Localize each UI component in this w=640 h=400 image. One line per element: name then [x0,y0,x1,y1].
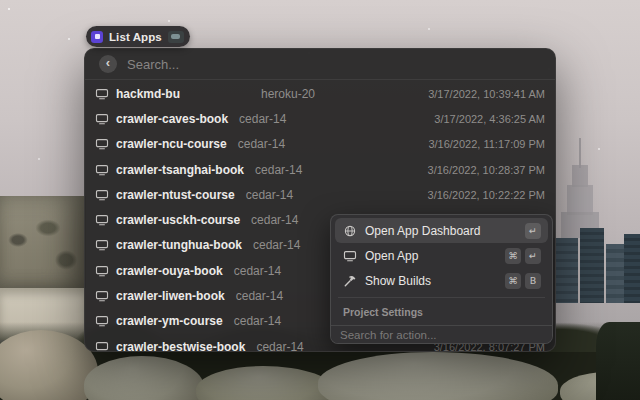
action-panel: Open App Dashboard ↵ Open App ⌘↵ Show Bu… [330,214,553,344]
search-input[interactable] [127,57,541,72]
app-name: crawler-tunghua-book [116,238,242,252]
monitor-icon [95,264,109,278]
app-list-item[interactable]: crawler-tsanghai-book cedar-14 3/16/2022… [85,157,555,182]
app-updated-timestamp: 3/17/2022, 10:39:41 AM [428,88,545,100]
app-name: crawler-ntust-course [116,188,235,202]
app-name: crawler-bestwise-book [116,340,245,351]
app-name: crawler-ncu-course [116,137,227,151]
app-list-item[interactable]: crawler-caves-book cedar-14 3/17/2022, 4… [85,106,555,131]
action-panel-list: Open App Dashboard ↵ Open App ⌘↵ Show Bu… [331,215,552,325]
back-button[interactable]: ‹ [99,55,117,73]
keycap: B [525,273,541,289]
app-name: crawler-ym-course [116,314,223,328]
app-name: crawler-caves-book [116,112,228,126]
app-stack: cedar-14 [253,238,300,252]
action-item[interactable]: Open App Dashboard ↵ [335,218,548,243]
action-item[interactable]: Open App ⌘↵ [335,243,548,268]
action-label: Show Builds [365,274,431,288]
skyscraper-body [567,185,593,215]
action-label: Open App [365,249,418,263]
monitor-icon [95,163,109,177]
monitor-icon [95,289,109,303]
keycap: ↵ [525,223,541,239]
script-command-icon [91,31,103,43]
app-stack: cedar-14 [246,188,293,202]
wallpaper-grain [8,8,10,10]
shortcut-keys: ⌘B [505,273,541,289]
app-name: hackmd-bu [116,87,250,101]
app-updated-timestamp: 3/16/2022, 11:17:09 PM [428,138,545,150]
app-stack: cedar-14 [234,264,281,278]
app-logo-icon [168,31,184,43]
app-stack: cedar-14 [234,314,281,328]
action-item[interactable]: Show Builds ⌘B [335,268,548,293]
app-stack: cedar-14 [255,163,302,177]
building [606,244,626,303]
search-header: ‹ [85,49,555,80]
app-stack: cedar-14 [239,112,286,126]
building [624,234,640,303]
keycap: ⌘ [505,248,521,264]
monitor-icon [95,112,109,126]
app-updated-timestamp: 3/16/2022, 10:22:22 PM [428,189,545,201]
command-pill-label: List Apps [109,31,162,43]
app-updated-timestamp: 3/17/2022, 4:36:25 AM [434,113,545,125]
app-stack: cedar-14 [251,213,298,227]
app-name: crawler-liwen-book [116,289,225,303]
monitor-icon [95,137,109,151]
action-search-input[interactable] [340,329,543,341]
skyscraper-spire [579,138,581,168]
skyscraper-top [572,165,588,187]
monitor-icon [95,238,109,252]
action-section-title: Project Settings [335,302,548,322]
action-label: Open App Dashboard [365,224,480,238]
app-stack: cedar-14 [236,289,283,303]
app-updated-timestamp: 3/16/2022, 10:28:37 PM [428,164,545,176]
action-search-bar [331,325,552,343]
app-name: crawler-tsanghai-book [116,163,244,177]
monitor-icon [95,314,109,328]
city-skyline [552,228,640,303]
monitor-icon [95,188,109,202]
monitor-icon [95,213,109,227]
keycap: ⌘ [505,273,521,289]
app-list-item[interactable]: crawler-ncu-course cedar-14 3/16/2022, 1… [85,132,555,157]
app-name: crawler-ouya-book [116,264,223,278]
app-stack: cedar-14 [256,340,303,351]
monitor-icon [342,248,357,263]
ruin-graffiti [0,210,86,280]
dark-trees [596,322,640,400]
action-panel-divider [338,297,545,298]
app-list-item[interactable]: hackmd-bu heroku-20 3/17/2022, 10:39:41 … [85,81,555,106]
monitor-icon [95,340,109,351]
hammer-icon [342,273,357,288]
building [580,228,604,303]
shortcut-keys: ↵ [525,223,541,239]
globe-icon [342,223,357,238]
app-stack: heroku-20 [261,87,315,101]
app-list-item[interactable]: crawler-ntust-course cedar-14 3/16/2022,… [85,182,555,207]
app-stack: cedar-14 [238,137,285,151]
monitor-icon [95,87,109,101]
shortcut-keys: ⌘↵ [505,248,541,264]
launcher-window: ‹ hackmd-bu heroku-20 3/17/2022, 10:39:4… [84,48,556,352]
app-name: crawler-usckh-course [116,213,240,227]
keycap: ↵ [525,248,541,264]
command-pill[interactable]: List Apps [86,26,190,47]
